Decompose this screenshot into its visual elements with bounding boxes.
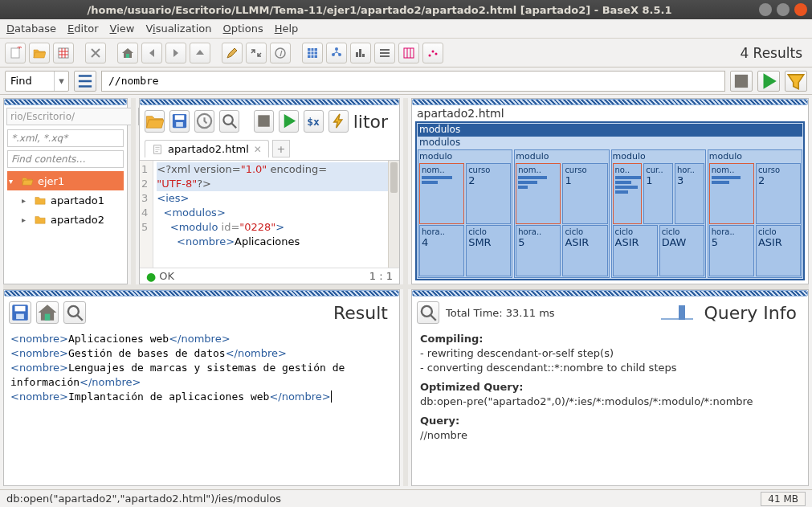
treemap-modulo[interactable]: modulo no.. cur..1 hor..3 cicloASIR cicl… — [611, 149, 706, 278]
treemap-modulo[interactable]: modulo nom.. curso1 hora..5 cicloASIR — [514, 149, 609, 278]
code-editor[interactable]: 12345 <?xml version="1.0" encoding= "UTF… — [140, 160, 399, 268]
list-view-button[interactable] — [374, 43, 395, 63]
window-minimize-button[interactable] — [759, 3, 772, 16]
query-info-body: Compiling: - rewriting descendant-or-sel… — [412, 329, 808, 485]
tree-item[interactable]: ▸apartado1 — [7, 190, 124, 210]
main-toolbar: 4 Results — [0, 39, 812, 67]
treemap-file: apartado2.html — [412, 105, 808, 121]
info-button[interactable] — [270, 43, 291, 63]
lines-icon-button[interactable] — [74, 71, 96, 92]
menu-editor[interactable]: Editor — [67, 22, 98, 35]
add-tab-button[interactable]: + — [272, 140, 290, 157]
scatter-view-button[interactable] — [422, 43, 443, 63]
menu-help[interactable]: Help — [275, 22, 299, 35]
query-info-panel: Total Time: 33.11 ms Query Info Compilin… — [411, 289, 809, 486]
editor-panel: $x litor apartado2.html ✕ + 12345 <?xml … — [139, 98, 400, 284]
tree-view-button[interactable] — [326, 43, 347, 63]
up-button[interactable] — [190, 43, 210, 63]
find-mode-combo[interactable]: ▾ — [5, 71, 69, 92]
treemap-modulo[interactable]: modulo nom.. curso2 hora..4 cicloSMR — [418, 149, 512, 278]
menu-database[interactable]: Database — [6, 22, 56, 35]
grid-button[interactable] — [53, 43, 74, 63]
run-query-button[interactable] — [757, 71, 780, 92]
memory-usage: 41 MB — [761, 492, 806, 506]
expand-button[interactable] — [246, 43, 267, 63]
editor-open-button[interactable] — [145, 110, 165, 133]
editor-title: litor — [353, 112, 394, 132]
tab-label: apartado2.html — [168, 143, 249, 155]
splitter-v1[interactable] — [131, 98, 136, 284]
query-bar: ▾ — [0, 67, 812, 95]
stop-query-button[interactable] — [730, 71, 753, 92]
window-title: /home/usuario/Escritorio/LLMM/Tema-11/ej… — [5, 4, 754, 16]
file-tree: ▾ejer1▸apartado1▸apartado2 — [7, 171, 124, 282]
open-button[interactable] — [29, 43, 50, 63]
menu-visualization[interactable]: Visualization — [145, 22, 211, 35]
editor-vars-button[interactable]: $x — [304, 110, 324, 133]
close-db-button[interactable] — [85, 43, 106, 63]
editor-stop-button[interactable] — [254, 110, 274, 133]
editor-tab[interactable]: apartado2.html ✕ — [145, 140, 269, 157]
query-info-title: Query Info — [704, 303, 804, 323]
result-home-button[interactable] — [36, 301, 59, 324]
editor-bolt-button[interactable] — [328, 110, 349, 133]
panel-grip[interactable] — [4, 290, 399, 296]
bars-view-button[interactable] — [350, 43, 371, 63]
tree-item[interactable]: ▸apartado2 — [7, 210, 124, 229]
close-tab-icon[interactable]: ✕ — [254, 144, 262, 155]
menubar: Database Editor View Visualization Optio… — [0, 19, 812, 39]
splitter-v2[interactable] — [403, 98, 408, 284]
svg-rect-21 — [661, 318, 693, 320]
home-button[interactable] — [117, 43, 138, 63]
cursor-position: 1 : 1 — [369, 270, 393, 282]
status-path: db:open("apartado2","apartado2.html")/ie… — [6, 493, 281, 505]
new-db-button[interactable] — [5, 43, 26, 63]
editor-scrollbar[interactable] — [388, 161, 399, 268]
window-titlebar: /home/usuario/Escritorio/LLMM/Tema-11/ej… — [0, 0, 812, 19]
treemap-panel: apartado2.html modulos modulos modulo no… — [411, 98, 809, 284]
tablev-view-button[interactable] — [398, 43, 419, 63]
panel-grip[interactable] — [412, 290, 808, 296]
ok-icon: ● — [146, 270, 156, 283]
menu-options[interactable]: Options — [223, 22, 263, 35]
results-count: 4 Results — [740, 45, 802, 61]
result-title: Result — [333, 303, 394, 323]
filter-button[interactable] — [785, 71, 807, 92]
editor-history-button[interactable] — [194, 110, 214, 133]
forward-button[interactable] — [165, 43, 186, 63]
status-bar: db:open("apartado2","apartado2.html")/ie… — [0, 489, 812, 507]
editor-find-button[interactable] — [219, 110, 239, 133]
project-panel: ... *.xml, *.xq* Find contents… ▾ejer1▸a… — [3, 98, 128, 284]
treemap-root-sel[interactable]: modulos — [418, 124, 802, 137]
result-panel: Result <nombre>Aplicaciones web</nombre>… — [3, 289, 400, 486]
total-time: Total Time: 33.11 ms — [446, 307, 555, 319]
chevron-down-icon[interactable]: ▾ — [54, 72, 68, 91]
treemap-root[interactable]: modulos — [418, 137, 802, 149]
splitter-v3[interactable] — [403, 289, 408, 486]
result-body[interactable]: <nombre>Aplicaciones web</nombre><nombre… — [4, 329, 399, 485]
contents-filter[interactable]: Find contents… — [7, 150, 124, 168]
window-close-button[interactable] — [794, 3, 807, 16]
treemap-modulo[interactable]: modulo nom.. curso2 hora..5 cicloASIR — [708, 149, 802, 278]
window-maximize-button[interactable] — [777, 3, 790, 16]
treemap[interactable]: modulos modulos modulo nom.. curso2 hora… — [415, 121, 805, 280]
panel-grip[interactable] — [4, 99, 127, 105]
tree-item[interactable]: ▾ejer1 — [7, 171, 124, 190]
edit-button[interactable] — [222, 43, 243, 63]
back-button[interactable] — [141, 43, 162, 63]
find-mode-input[interactable] — [6, 75, 54, 87]
status-ok: OK — [159, 270, 174, 282]
panel-grip[interactable] — [412, 99, 808, 105]
result-find-button[interactable] — [63, 301, 86, 324]
table-view-button[interactable] — [302, 43, 323, 63]
file-icon — [152, 144, 163, 155]
editor-save-button[interactable] — [169, 110, 190, 133]
editor-run-button[interactable] — [279, 110, 299, 133]
panel-grip[interactable] — [140, 99, 399, 105]
query-input[interactable] — [101, 71, 725, 92]
menu-view[interactable]: View — [110, 22, 135, 35]
glob-filter[interactable]: *.xml, *.xq* — [7, 129, 124, 147]
result-save-button[interactable] — [9, 301, 31, 324]
info-find-button[interactable] — [417, 301, 439, 324]
path-input[interactable] — [6, 108, 135, 125]
